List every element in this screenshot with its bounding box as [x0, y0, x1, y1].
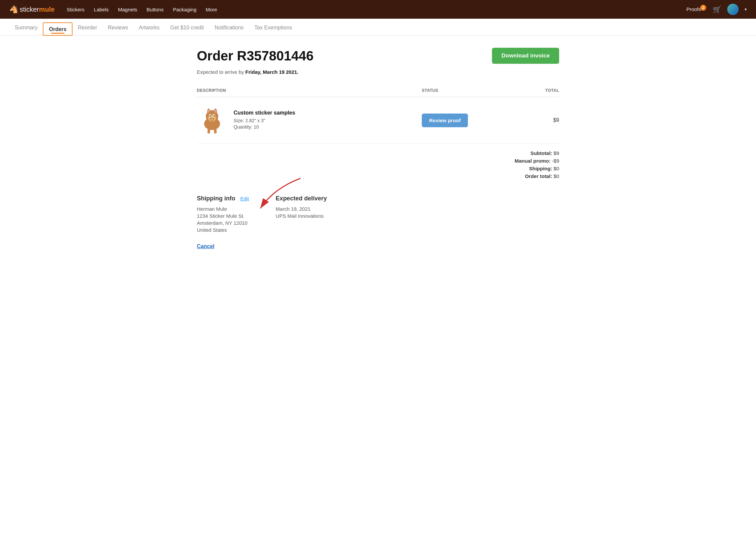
svg-point-14: [212, 118, 214, 119]
nav-more[interactable]: More: [206, 7, 217, 12]
navbar: 🐴 stickermule Stickers Labels Magnets Bu…: [0, 0, 756, 19]
user-avatar[interactable]: [727, 4, 739, 15]
nav-labels[interactable]: Labels: [94, 7, 109, 12]
navbar-links: Stickers Labels Magnets Buttons Packagin…: [67, 7, 686, 12]
order-row: Custom sticker samples Size: 2.82" x 3" …: [197, 97, 559, 144]
nav-buttons[interactable]: Buttons: [147, 7, 164, 12]
order-table: DESCRIPTION STATUS TOTAL: [197, 85, 559, 144]
order-totals: Subtotal: $9 Manual promo: -$9 Shipping:…: [197, 150, 559, 179]
shipping-address2: Amsterdam, NY 12010: [197, 220, 249, 226]
svg-point-12: [214, 115, 215, 116]
tab-artworks[interactable]: Artworks: [133, 19, 165, 35]
svg-rect-16: [214, 129, 217, 134]
nav-stickers[interactable]: Stickers: [67, 7, 84, 12]
arrival-text: Expected to arrive by Friday, March 19 2…: [197, 69, 559, 75]
product-quantity: Quantity: 10: [234, 124, 295, 130]
svg-point-4: [208, 109, 209, 113]
edit-shipping-link[interactable]: Edit: [240, 196, 249, 201]
svg-point-13: [210, 118, 211, 119]
expected-delivery-title: Expected delivery: [276, 195, 327, 202]
navbar-right: Proofs2 🛒 ▾: [686, 4, 747, 15]
tab-tax-exemptions[interactable]: Tax Exemptions: [249, 19, 297, 35]
nav-magnets[interactable]: Magnets: [118, 7, 137, 12]
order-item-status: Review proof: [422, 97, 527, 144]
svg-point-11: [210, 115, 211, 116]
order-total-row: Order total: $0: [197, 173, 559, 179]
svg-point-5: [215, 109, 216, 113]
subtotal-row: Subtotal: $9: [197, 150, 559, 156]
col-description: DESCRIPTION: [197, 85, 422, 97]
cart-icon[interactable]: 🛒: [713, 5, 721, 13]
nav-packaging[interactable]: Packaging: [173, 7, 196, 12]
shipping-country: United States: [197, 227, 249, 233]
logo-sticker-text: sticker: [20, 6, 39, 13]
main-content: Order R357801446 Download invoice Expect…: [187, 36, 569, 270]
shipping-name: Herman Mule: [197, 206, 249, 212]
product-size: Size: 2.82" x 3": [234, 118, 295, 123]
info-section: Shipping info Edit Herman Mule 1234 Stic…: [197, 195, 559, 234]
promo-row: Manual promo: -$9: [197, 158, 559, 164]
order-item-total: $9: [527, 97, 559, 144]
product-image: [197, 105, 227, 135]
donkey-svg: [198, 106, 226, 135]
shipping-info: Shipping info Edit Herman Mule 1234 Stic…: [197, 195, 249, 234]
review-proof-button[interactable]: Review proof: [422, 114, 468, 127]
product-name: Custom sticker samples: [234, 110, 295, 116]
proofs-button[interactable]: Proofs2: [686, 6, 707, 13]
product-cell: Custom sticker samples Size: 2.82" x 3" …: [197, 105, 422, 135]
proofs-badge: 2: [700, 5, 706, 11]
user-dropdown-arrow[interactable]: ▾: [745, 7, 747, 12]
product-info: Custom sticker samples Size: 2.82" x 3" …: [234, 110, 295, 131]
tab-reorder[interactable]: Reorder: [73, 19, 103, 35]
shipping-address1: 1234 Sticker Mule St.: [197, 213, 249, 219]
cancel-link[interactable]: Cancel: [197, 243, 214, 249]
account-tabs: Summary Orders Reorder Reviews Artworks …: [0, 19, 756, 36]
logo-mule-text: mule: [39, 6, 55, 13]
tab-summary[interactable]: Summary: [9, 19, 43, 35]
order-header: Order R357801446 Download invoice: [197, 48, 559, 64]
col-status: STATUS: [422, 85, 527, 97]
order-title: Order R357801446: [197, 48, 313, 63]
delivery-carrier: UPS Mail Innovations: [276, 213, 327, 219]
tab-reviews[interactable]: Reviews: [103, 19, 133, 35]
order-item-description: Custom sticker samples Size: 2.82" x 3" …: [197, 97, 422, 144]
logo-mule-icon: 🐴: [9, 5, 18, 14]
download-invoice-button[interactable]: Download invoice: [492, 48, 559, 64]
svg-rect-15: [207, 129, 210, 134]
shipping-info-title: Shipping info Edit: [197, 195, 249, 202]
tab-orders[interactable]: Orders: [43, 22, 72, 36]
col-total: TOTAL: [527, 85, 559, 97]
logo[interactable]: 🐴 stickermule: [9, 5, 54, 14]
tab-credit[interactable]: Get $10 credit: [165, 19, 209, 35]
delivery-date: March 19, 2021: [276, 206, 327, 212]
tab-notifications[interactable]: Notifications: [209, 19, 249, 35]
expected-delivery: Expected delivery March 19, 2021 UPS Mai…: [276, 195, 327, 234]
shipping-row: Shipping: $0: [197, 166, 559, 171]
